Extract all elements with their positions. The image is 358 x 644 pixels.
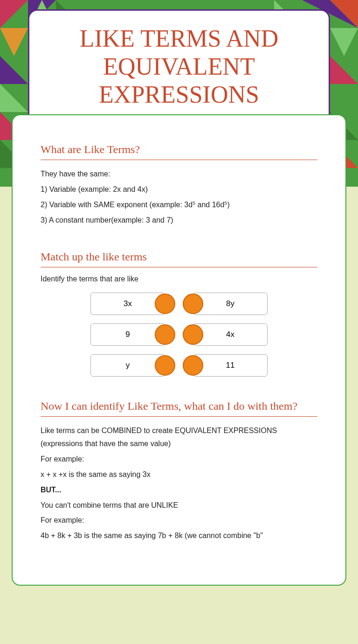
content-card: What are Like Terms? They have the same:… <box>12 114 346 586</box>
section-subtitle: Identify the terms that are like <box>41 275 317 283</box>
text-line: Like terms can be COMBINED to create EQU… <box>41 424 317 451</box>
match-item[interactable]: 8y <box>193 293 268 315</box>
match-item[interactable]: 9 <box>90 323 165 346</box>
match-item[interactable]: y <box>90 354 165 377</box>
page-title: LIKE TERMS AND EQUIVALENT EXPRESSIONS <box>43 25 315 108</box>
text-line: 4b + 8k + 3b is the same as saying 7b + … <box>41 529 317 543</box>
match-connector-dot[interactable] <box>183 294 203 314</box>
text-line: You can't combine terms that are UNLIKE <box>41 499 317 512</box>
text-line: 3) A constant number(example: 3 and 7) <box>41 214 317 227</box>
section-body: Like terms can be COMBINED to create EQU… <box>41 424 317 543</box>
section-heading: Now I can identify Like Terms, what can … <box>41 400 317 417</box>
match-box-label: 3x <box>90 293 165 315</box>
text-line: x + x +x is the same as saying 3x <box>41 468 317 482</box>
match-connector-dot[interactable] <box>183 355 203 376</box>
match-box-label: 9 <box>90 323 165 346</box>
match-item[interactable]: 11 <box>193 354 268 377</box>
section-body: They have the same: 1) Variable (example… <box>41 168 317 227</box>
text-line: 2) Variable with SAME exponent (example:… <box>41 198 317 212</box>
section-what-can-i-do: Now I can identify Like Terms, what can … <box>41 400 317 543</box>
match-box-label: y <box>90 354 165 377</box>
match-box-label: 4x <box>193 323 268 346</box>
match-column-left: 3x 9 y <box>90 293 165 377</box>
section-match-like-terms: Match up the like terms Identify the ter… <box>41 251 317 377</box>
match-column-right: 8y 4x 11 <box>193 293 268 377</box>
text-line: BUT... <box>41 483 317 497</box>
text-line: For example: <box>41 453 317 466</box>
match-item[interactable]: 3x <box>90 293 165 315</box>
match-connector-dot[interactable] <box>155 355 175 376</box>
match-connector-dot[interactable] <box>155 294 175 314</box>
match-item[interactable]: 4x <box>193 323 268 346</box>
match-box-label: 11 <box>193 354 268 377</box>
section-heading: What are Like Terms? <box>41 143 317 160</box>
text-line: 1) Variable (example: 2x and 4x) <box>41 183 317 196</box>
text-line: For example: <box>41 514 317 527</box>
match-connector-dot[interactable] <box>183 324 203 345</box>
section-heading: Match up the like terms <box>41 251 317 267</box>
match-grid: 3x 9 y 8y 4x <box>41 293 317 377</box>
match-box-label: 8y <box>193 293 268 315</box>
section-what-are-like-terms: What are Like Terms? They have the same:… <box>41 143 317 227</box>
text-line: They have the same: <box>41 168 317 181</box>
match-connector-dot[interactable] <box>155 324 175 345</box>
